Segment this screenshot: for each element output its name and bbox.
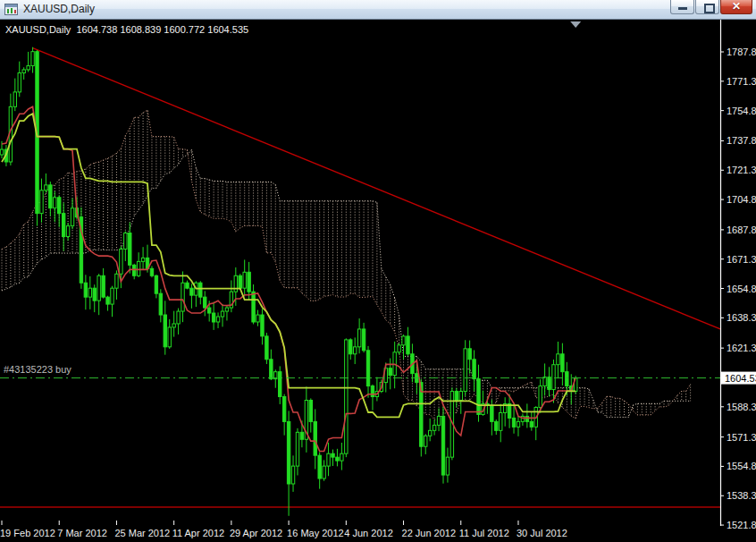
- price-tick-label: 1737.83: [727, 135, 756, 146]
- date-tick-label: 4 Jun 2012: [344, 528, 392, 538]
- chart-area[interactable]: 1787.831771.331754.831737.831721.331704.…: [0, 20, 756, 542]
- restore-icon: [704, 4, 715, 13]
- date-tick-label: 11 Apr 2012: [172, 528, 225, 538]
- close-button[interactable]: ✕: [720, 0, 752, 14]
- price-tick-label: 1621.33: [727, 343, 756, 353]
- date-tick-label: 22 Jun 2012: [402, 528, 457, 538]
- ohlc-info: XAUUSD,Daily 1604.738 1608.839 1600.772 …: [5, 24, 248, 35]
- date-tick-label: 29 Apr 2012: [230, 528, 282, 538]
- date-tick-label: 16 May 2012: [287, 528, 344, 538]
- price-tick-label: 1571.33: [727, 432, 756, 443]
- date-tick-label: 25 Mar 2012: [114, 528, 170, 538]
- price-tick-label: 1671.33: [727, 254, 756, 265]
- date-tick-label: 7 Mar 2012: [57, 528, 107, 538]
- window-title: XAUUSD,Daily: [23, 3, 95, 15]
- price-tick-label: 1554.83: [727, 461, 756, 471]
- price-tick-label: 1521.83: [727, 520, 756, 530]
- price-tick-label: 1638.33: [727, 312, 756, 323]
- minimize-icon: [678, 7, 687, 10]
- price-tick-label: 1721.33: [727, 165, 756, 175]
- order-label: #43135223 buy: [4, 364, 71, 375]
- price-axis[interactable]: 1787.831771.331754.831737.831721.331704.…: [720, 20, 756, 542]
- price-tick-label: 1787.83: [727, 47, 756, 57]
- close-icon: ✕: [721, 0, 752, 13]
- price-tick-label: 1754.83: [727, 106, 756, 116]
- price-tick-label: 1687.83: [727, 224, 756, 235]
- price-tick-label: 1704.83: [727, 194, 756, 205]
- date-tick-label: 30 Jul 2012: [517, 528, 567, 538]
- current-price-label: 1604.53: [725, 373, 756, 384]
- chart-window-icon: [4, 4, 18, 15]
- restore-button[interactable]: [695, 0, 719, 14]
- price-tick-label: 1538.33: [727, 490, 756, 501]
- chart-canvas: 1787.831771.331754.831737.831721.331704.…: [0, 20, 756, 542]
- minimize-button[interactable]: [670, 0, 694, 14]
- price-tick-label: 1771.33: [727, 76, 756, 87]
- mt4-chart-window: XAUUSD,Daily ✕ 1787.831771.331754.831737…: [0, 0, 756, 542]
- price-tick-label: 1588.33: [727, 402, 756, 412]
- date-tick-label: 19 Feb 2012: [0, 528, 55, 538]
- date-tick-label: 11 Jul 2012: [459, 528, 509, 538]
- title-bar[interactable]: XAUUSD,Daily ✕: [0, 0, 756, 20]
- window-controls: ✕: [669, 0, 752, 16]
- price-tick-label: 1654.83: [727, 284, 756, 294]
